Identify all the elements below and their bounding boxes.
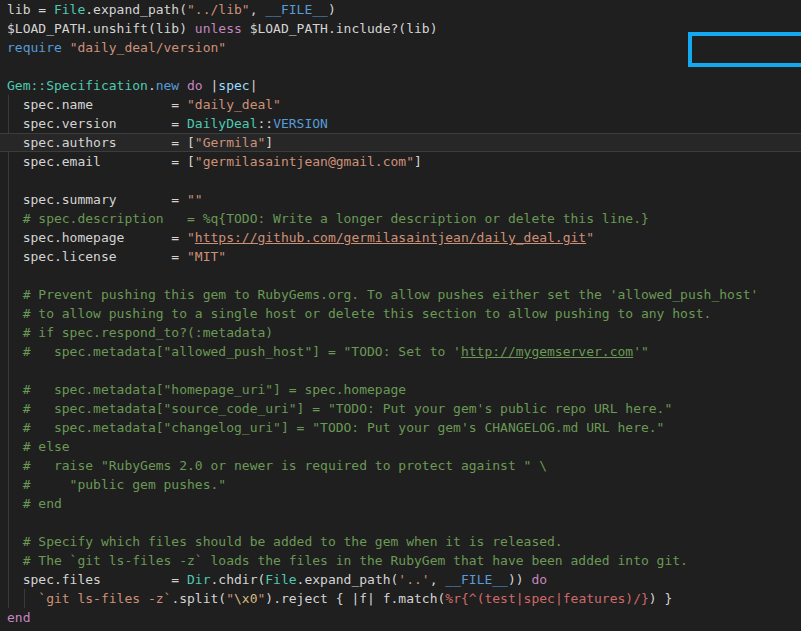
code-token: Gem::Specification [7, 78, 148, 93]
code-token: new [156, 78, 179, 93]
code-token: "daily_deal/version" [70, 40, 227, 55]
code-line[interactable]: # spec.metadata["changelog_uri"] = "TODO… [0, 418, 801, 437]
code-token: do [187, 78, 203, 93]
code-line[interactable]: # spec.metadata["homepage_uri"] = spec.h… [0, 380, 801, 399]
code-line[interactable]: require "daily_deal/version" [0, 38, 801, 57]
code-line[interactable]: # spec.description = %q{TODO: Write a lo… [0, 209, 801, 228]
code-token: __FILE__ [265, 2, 328, 17]
code-token: $LOAD_PATH.unshift(lib) [7, 21, 195, 36]
code-line[interactable]: Gem::Specification.new do |spec| [0, 76, 801, 95]
code-line[interactable] [0, 513, 801, 532]
code-token: # "public gem pushes." [7, 477, 226, 492]
code-line[interactable]: # "public gem pushes." [0, 475, 801, 494]
code-token: # spec.metadata["homepage_uri"] = spec.h… [7, 382, 406, 397]
code-token [7, 591, 38, 606]
code-token: `git ls-files -z` [38, 591, 171, 606]
code-line[interactable]: spec.version = DailyDeal::VERSION [0, 114, 801, 133]
code-token: # Specify which files should be added to… [7, 534, 563, 549]
code-token: | [250, 78, 258, 93]
selection-highlight-box [688, 32, 801, 67]
code-token: spec.summary = [7, 192, 187, 207]
code-token: '" [633, 344, 649, 359]
code-token: " [586, 230, 594, 245]
code-line[interactable]: # raise "RubyGems 2.0 or newer is requir… [0, 456, 801, 475]
code-token: )) [508, 572, 531, 587]
code-line[interactable]: spec.bindir = "exe" [0, 627, 801, 631]
code-token: :: [257, 116, 273, 131]
code-token: "Germila" [195, 135, 265, 150]
code-editor[interactable]: lib = File.expand_path("../lib", __FILE_… [0, 0, 801, 631]
code-lines: lib = File.expand_path("../lib", __FILE_… [0, 0, 801, 631]
code-line[interactable] [0, 361, 801, 380]
code-token: spec.name = [7, 97, 187, 112]
code-token: . [148, 78, 156, 93]
code-line[interactable] [0, 171, 801, 190]
code-token: " [187, 230, 195, 245]
code-token [62, 40, 70, 55]
code-line[interactable]: spec.license = "MIT" [0, 247, 801, 266]
code-line[interactable]: end [0, 608, 801, 627]
code-line[interactable]: # else [0, 437, 801, 456]
code-token: spec [218, 78, 249, 93]
code-token: # Prevent pushing this gem to RubyGems.o… [7, 287, 758, 302]
code-token: %r{^(test|spec|features)/} [445, 591, 649, 606]
code-token: .expand_path( [297, 572, 399, 587]
code-token: $LOAD_PATH.include?(lib) [242, 21, 438, 36]
code-line[interactable]: # Prevent pushing this gem to RubyGems.o… [0, 285, 801, 304]
code-line[interactable]: # spec.metadata["source_code_uri"] = "TO… [0, 399, 801, 418]
code-token: end [7, 610, 30, 625]
code-token: # else [7, 439, 70, 454]
code-token: VERSION [273, 116, 328, 131]
code-token: Dir [187, 572, 210, 587]
code-token: spec.homepage = [7, 230, 187, 245]
code-line[interactable]: # Specify which files should be added to… [0, 532, 801, 551]
code-line[interactable]: `git ls-files -z`.split("\x0").reject { … [0, 589, 801, 608]
code-line[interactable] [0, 266, 801, 285]
code-line[interactable]: # end [0, 494, 801, 513]
code-token: spec.email = [ [7, 154, 195, 169]
code-line[interactable]: spec.name = "daily_deal" [0, 95, 801, 114]
code-token: lib = [7, 2, 54, 17]
code-token: , [430, 572, 446, 587]
code-line[interactable]: # if spec.respond_to?(:metadata) [0, 323, 801, 342]
code-token: # spec.metadata["allowed_push_host"] = "… [7, 344, 461, 359]
code-line[interactable]: lib = File.expand_path("../lib", __FILE_… [0, 0, 801, 19]
code-token: \x0 [234, 591, 257, 606]
code-line[interactable]: spec.summary = "" [0, 190, 801, 209]
code-token: .chdir( [211, 572, 266, 587]
code-token: http://mygemserver.com [461, 344, 633, 359]
code-token: https://github.com/germilasaintjean/dail… [195, 230, 586, 245]
code-token: unless [195, 21, 242, 36]
code-token: do [531, 572, 547, 587]
code-line[interactable]: $LOAD_PATH.unshift(lib) unless $LOAD_PAT… [0, 19, 801, 38]
code-token: __FILE__ [445, 572, 508, 587]
code-token: # spec.description = %q{TODO: Write a lo… [7, 211, 649, 226]
code-token: , [250, 2, 266, 17]
code-token: "daily_deal" [187, 97, 281, 112]
code-line[interactable] [0, 57, 801, 76]
code-line[interactable]: spec.email = ["germilasaintjean@gmail.co… [0, 152, 801, 171]
code-line[interactable]: # The `git ls-files -z` loads the files … [0, 551, 801, 570]
code-line[interactable]: spec.authors = ["Germila"] [0, 133, 801, 152]
code-line[interactable]: spec.files = Dir.chdir(File.expand_path(… [0, 570, 801, 589]
code-token: ).reject { |f| f.match( [265, 591, 445, 606]
code-token: ] [265, 135, 273, 150]
code-token: # to allow pushing to a single host or d… [7, 306, 711, 321]
code-token: DailyDeal [187, 116, 257, 131]
code-token: spec.license = [7, 249, 187, 264]
code-token: # if spec.respond_to?(:metadata) [7, 325, 273, 340]
code-token: spec.version = [7, 116, 187, 131]
code-token: # spec.metadata["changelog_uri"] = "TODO… [7, 420, 664, 435]
code-token: require [7, 40, 62, 55]
code-token: " [226, 591, 234, 606]
code-line[interactable]: spec.homepage = "https://github.com/germ… [0, 228, 801, 247]
code-token: '..' [398, 572, 429, 587]
code-token: ] [414, 154, 422, 169]
code-token: spec.authors = [ [7, 135, 195, 150]
code-token: | [203, 78, 219, 93]
code-line[interactable]: # spec.metadata["allowed_push_host"] = "… [0, 342, 801, 361]
code-token: File [54, 2, 85, 17]
code-token: # raise "RubyGems 2.0 or newer is requir… [7, 458, 547, 473]
code-line[interactable]: # to allow pushing to a single host or d… [0, 304, 801, 323]
code-token: ) [328, 2, 336, 17]
